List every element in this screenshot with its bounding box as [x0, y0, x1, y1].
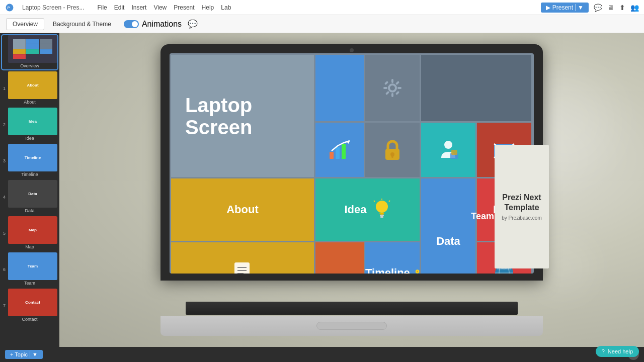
- team-label-overlay: Team: [471, 211, 494, 222]
- slide-label-6: Team: [2, 280, 57, 287]
- svg-rect-10: [395, 81, 399, 85]
- gear-icon: [381, 77, 404, 99]
- svg-rect-12: [330, 152, 334, 159]
- cell-blue-top: [315, 55, 364, 121]
- menu-view[interactable]: View: [153, 4, 167, 11]
- slide-thumb-3: Timeline: [8, 144, 57, 171]
- prezi-branding-cell: Prezi Next Template by Prezibase.com: [495, 145, 549, 268]
- need-help-label: Need help: [608, 348, 633, 354]
- pin-icon: [415, 264, 420, 274]
- animations-toggle[interactable]: [124, 20, 139, 28]
- cell-person: [421, 123, 475, 177]
- slide-item-overview[interactable]: Overview: [2, 35, 57, 69]
- timeline-label: Timeline: [365, 266, 410, 274]
- slide-thumb-6: Team: [8, 252, 57, 280]
- cell-doc: %: [171, 242, 314, 274]
- svg-rect-7: [384, 81, 388, 85]
- svg-rect-21: [451, 150, 457, 155]
- tab-overview[interactable]: Overview: [6, 18, 44, 30]
- svg-rect-8: [395, 91, 399, 95]
- slide-label-7: Contact: [2, 316, 57, 323]
- slide-number-2: 2: [3, 122, 6, 127]
- svg-point-19: [444, 141, 452, 149]
- svg-point-11: [390, 85, 395, 90]
- cell-orange: [315, 242, 364, 274]
- data-label: Data: [436, 235, 460, 248]
- comment-icon[interactable]: 💬: [188, 19, 198, 29]
- laptop-display: Laptop Screen: [145, 44, 558, 336]
- laptop-keyboard: [186, 302, 518, 315]
- user-icon[interactable]: 👥: [630, 4, 639, 12]
- document-icon: %: [232, 261, 253, 274]
- svg-text:P: P: [8, 6, 10, 10]
- svg-rect-9: [385, 91, 389, 95]
- screen-share-icon[interactable]: 🖥: [607, 4, 614, 12]
- menu-present[interactable]: Present: [174, 4, 194, 11]
- present-play-icon: ▶: [546, 4, 550, 11]
- chart-icon: [329, 140, 351, 160]
- slide-item-5[interactable]: 5 Map Map: [2, 216, 57, 250]
- cell-lock: [365, 123, 420, 177]
- slides-panel: Overview 1 About About 2 Idea Idea 3 Tim…: [0, 33, 59, 347]
- add-topic-button[interactable]: + Topic ▼: [5, 350, 43, 359]
- present-caret[interactable]: ▼: [575, 4, 584, 11]
- slide-number-1: 1: [3, 86, 6, 91]
- present-button[interactable]: ▶ Present ▼: [541, 3, 589, 13]
- laptop-title-line2: Screen: [185, 116, 300, 138]
- svg-rect-18: [391, 154, 393, 158]
- present-label: Present: [552, 4, 573, 11]
- slide-item-7[interactable]: 7 Contact Contact: [2, 289, 57, 323]
- need-help-icon: ?: [602, 348, 605, 354]
- top-actions: ▶ Present ▼ 💬 🖥 ⬆ 👥: [541, 3, 639, 13]
- bulb-icon: [373, 199, 391, 221]
- chat-icon[interactable]: 💬: [594, 4, 602, 12]
- share-icon[interactable]: ⬆: [619, 4, 625, 12]
- menu-file[interactable]: File: [97, 4, 107, 11]
- laptop-title-line1: Laptop: [185, 94, 300, 116]
- lock-icon: [383, 139, 401, 161]
- animations-label: Animations: [142, 20, 182, 29]
- slide-number-3: 3: [3, 158, 6, 163]
- menu-edit[interactable]: Edit: [114, 4, 125, 11]
- animations-toggle-group: Animations: [124, 20, 182, 29]
- slide-thumb-4: Data: [8, 180, 57, 208]
- menu-help[interactable]: Help: [202, 4, 214, 11]
- need-help-button[interactable]: ? Need help: [596, 346, 639, 357]
- svg-rect-6: [397, 87, 401, 89]
- app-logo: P: [5, 3, 14, 12]
- add-topic-caret[interactable]: ▼: [30, 351, 38, 357]
- menu-insert[interactable]: Insert: [131, 4, 146, 11]
- cell-data: Data: [421, 178, 475, 274]
- prezi-grid: Laptop Screen: [170, 53, 534, 274]
- slide-label-overview: Overview: [2, 63, 57, 69]
- svg-rect-14: [342, 144, 346, 159]
- svg-point-25: [376, 201, 388, 213]
- about-label: About: [226, 203, 259, 216]
- slide-thumb-overview: [8, 35, 57, 63]
- cell-timeline: Timeline: [365, 242, 420, 274]
- tab-background-theme[interactable]: Background & Theme: [46, 18, 118, 30]
- slide-item-4[interactable]: 4 Data Data: [2, 180, 57, 214]
- canvas-area: Laptop Screen: [59, 33, 644, 347]
- svg-point-40: [417, 270, 418, 272]
- slide-thumb-7: Contact: [8, 289, 57, 316]
- slide-item-3[interactable]: 3 Timeline Timeline: [2, 144, 57, 178]
- bottom-bar: + Topic ▼ ⌂: [0, 347, 644, 362]
- slide-item-6[interactable]: 6 Team Team: [2, 252, 57, 287]
- slide-item-1[interactable]: 1 About About: [2, 71, 57, 106]
- svg-rect-26: [380, 215, 384, 216]
- cell-about: About: [171, 178, 314, 241]
- slide-thumb-1: About: [8, 71, 57, 99]
- slide-number-4: 4: [3, 195, 6, 200]
- slide-number-7: 7: [3, 303, 6, 308]
- svg-rect-4: [391, 93, 393, 97]
- svg-rect-3: [391, 79, 393, 83]
- prezi-logo-icon: P: [5, 3, 14, 12]
- slide-number-5: 5: [3, 231, 6, 236]
- menu-lab[interactable]: Lab: [221, 4, 231, 11]
- title-cell: Laptop Screen: [171, 55, 314, 177]
- laptop-bottom: [160, 316, 543, 336]
- slide-item-2[interactable]: 2 Idea Idea: [2, 108, 57, 142]
- prezi-line3: by Prezibase.com: [502, 215, 541, 221]
- slide-label-1: About: [2, 99, 57, 106]
